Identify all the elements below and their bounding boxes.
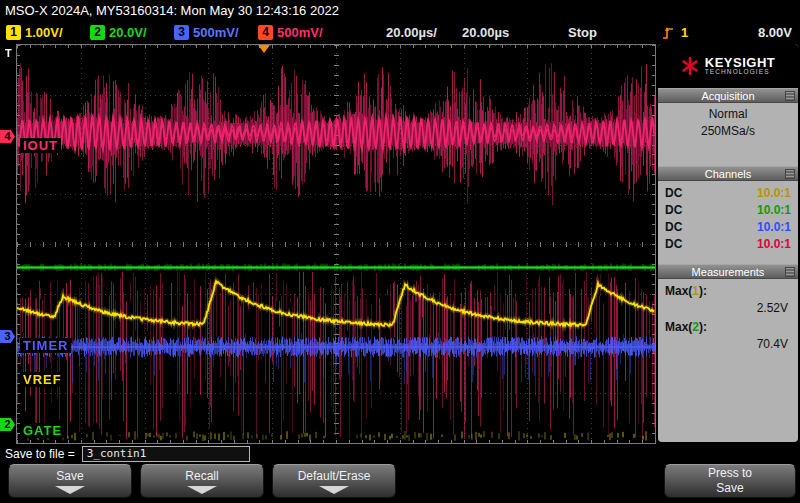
- channel-4-scale: 500mV/: [277, 25, 323, 40]
- filename-input[interactable]: [82, 446, 250, 462]
- acquisition-menu-icon[interactable]: [785, 91, 795, 101]
- softkey-save[interactable]: Save: [8, 464, 132, 498]
- channel-2-scale-button[interactable]: 2 20.0V/: [90, 25, 147, 40]
- channel-2-info-row: DC 10.0:1: [658, 202, 798, 218]
- chevron-down-icon: [187, 486, 217, 494]
- softkey-recall-label: Recall: [185, 469, 218, 483]
- channel-4-scale-button[interactable]: 4 500mV/: [258, 25, 323, 40]
- brand-name: KEYSIGHT: [705, 56, 775, 70]
- channel-1-info-row: DC 10.0:1: [658, 185, 798, 201]
- trace-label-iout: IOUT: [20, 138, 61, 153]
- channel-4-badge: 4: [258, 25, 273, 40]
- channel-2-scale: 20.0V/: [109, 25, 147, 40]
- trigger-point-marker[interactable]: T: [5, 47, 12, 59]
- measurements-menu-icon[interactable]: [785, 267, 795, 277]
- status-bar: 1 1.00V/ 2 20.0V/ 3 500mV/ 4 500mV/ 20.0…: [0, 22, 800, 44]
- trace-label-timer: TIMER: [20, 338, 71, 353]
- channel-1-badge: 1: [6, 25, 21, 40]
- channel-3-badge: 3: [174, 25, 189, 40]
- softkey-press-to-save-line1: Press to: [708, 466, 752, 481]
- trigger-source: 1: [681, 25, 688, 40]
- softkey-default-erase-label: Default/Erase: [298, 469, 371, 483]
- channel-3-probe-ratio: 10.0:1: [757, 220, 791, 234]
- channel-4-probe-ratio: 10.0:1: [757, 237, 791, 251]
- channel-1-coupling: DC: [665, 186, 682, 200]
- save-prompt-row: Save to file =: [5, 446, 250, 461]
- section-header-acquisition[interactable]: Acquisition: [658, 88, 798, 103]
- channel-2-ground-marker[interactable]: 2: [0, 418, 15, 431]
- oscilloscope-screen: MSO-X 2024A, MY53160314: Mon May 30 12:4…: [0, 0, 800, 503]
- measurement-1-label: Max(1):: [665, 284, 707, 298]
- scope-display: [16, 44, 656, 444]
- channel-1-scale: 1.00V/: [25, 25, 63, 40]
- channel-2-badge: 2: [90, 25, 105, 40]
- softkey-press-to-save-line2: Save: [716, 481, 743, 496]
- channel-3-scale: 500mV/: [193, 25, 239, 40]
- channel-4-coupling: DC: [665, 237, 682, 251]
- channel-3-coupling: DC: [665, 220, 682, 234]
- timebase-scale[interactable]: 20.00µs/: [386, 25, 437, 40]
- measurement-1-suffix: ):: [699, 284, 707, 298]
- keysight-spark-icon: [681, 57, 699, 75]
- channel-3-scale-button[interactable]: 3 500mV/: [174, 25, 239, 40]
- brand-subtitle: TECHNOLOGIES: [705, 69, 775, 76]
- timebase-delay[interactable]: 20.00µs: [462, 25, 509, 40]
- channel-2-probe-ratio: 10.0:1: [757, 203, 791, 217]
- chevron-down-icon: [319, 486, 349, 494]
- measurement-2-prefix: Max(: [665, 320, 692, 334]
- channel-3-info-row: DC 10.0:1: [658, 219, 798, 235]
- save-prompt-label: Save to file =: [5, 447, 75, 461]
- channel-4-ground-marker[interactable]: 4: [0, 130, 15, 143]
- section-header-measurements[interactable]: Measurements: [658, 264, 798, 279]
- trace-label-vref: VREF: [20, 372, 65, 387]
- trigger-settings[interactable]: 1: [662, 25, 688, 40]
- instrument-title: MSO-X 2024A, MY53160314: Mon May 30 12:4…: [0, 0, 800, 22]
- measurement-2-label: Max(2):: [665, 320, 707, 334]
- time-reference-marker: [258, 45, 270, 53]
- trigger-level: 8.00V: [758, 25, 792, 40]
- channel-3-ground-marker[interactable]: 3: [0, 330, 15, 343]
- acquisition-mode: Normal: [658, 107, 798, 121]
- chevron-down-icon: [55, 486, 85, 494]
- softkey-recall[interactable]: Recall: [140, 464, 264, 498]
- channels-menu-icon[interactable]: [785, 169, 795, 179]
- channel-4-info-row: DC 10.0:1: [658, 236, 798, 252]
- waveform-canvas: [17, 45, 655, 443]
- measurement-1-value: 2.52V: [757, 301, 788, 315]
- section-header-channels[interactable]: Channels: [658, 166, 798, 181]
- trace-label-gate: GATE: [20, 423, 65, 438]
- measurement-2-value: 70.4V: [757, 337, 788, 351]
- channel-2-coupling: DC: [665, 203, 682, 217]
- sample-rate: 250MSa/s: [658, 124, 798, 138]
- measurement-2-suffix: ):: [699, 320, 707, 334]
- trigger-edge-icon: [662, 26, 674, 40]
- softkey-save-label: Save: [56, 469, 83, 483]
- info-sidebar: KEYSIGHT TECHNOLOGIES Acquisition Normal…: [658, 44, 798, 442]
- keysight-logo: KEYSIGHT TECHNOLOGIES: [658, 44, 798, 88]
- channel-1-probe-ratio: 10.0:1: [757, 186, 791, 200]
- measurement-1-prefix: Max(: [665, 284, 692, 298]
- softkey-press-to-save[interactable]: Press to Save: [664, 464, 796, 498]
- channel-1-scale-button[interactable]: 1 1.00V/: [6, 25, 63, 40]
- softkey-default-erase[interactable]: Default/Erase: [272, 464, 396, 498]
- run-state-indicator: Stop: [568, 25, 597, 40]
